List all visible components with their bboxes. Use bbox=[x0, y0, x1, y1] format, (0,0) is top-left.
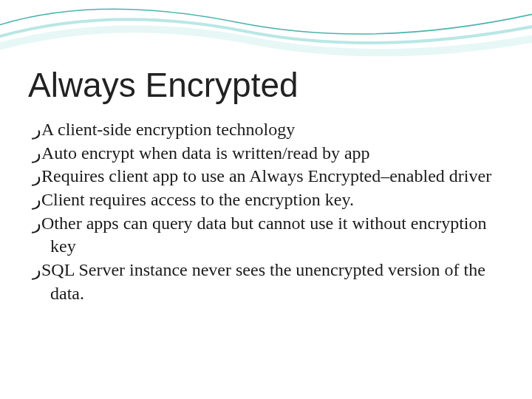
bullet-icon: ر bbox=[33, 120, 41, 139]
bullet-icon: ر bbox=[33, 143, 41, 163]
bullet-icon: ر bbox=[33, 166, 41, 185]
list-item: رAuto encrypt when data is written/read … bbox=[33, 142, 499, 166]
list-item: رClient requires access to the encryptio… bbox=[33, 188, 499, 212]
list-item: رRequires client app to use an Always En… bbox=[33, 165, 499, 188]
list-item-text: Auto encrypt when data is written/read b… bbox=[41, 143, 370, 163]
list-item: رOther apps can query data but cannot us… bbox=[33, 212, 499, 259]
list-item-text: Other apps can query data but cannot use… bbox=[41, 214, 487, 256]
slide-title: Always Encrypted bbox=[28, 65, 299, 105]
bullet-icon: ر bbox=[33, 190, 41, 209]
bullet-list: رA client-side encryption technology رAu… bbox=[33, 118, 499, 305]
list-item-text: Client requires access to the encryption… bbox=[41, 190, 354, 209]
list-item-text: A client-side encryption technology bbox=[41, 120, 295, 139]
list-item-text: Requires client app to use an Always Enc… bbox=[41, 166, 491, 185]
bullet-icon: ر bbox=[33, 214, 41, 233]
list-item: رSQL Server instance never sees the unen… bbox=[33, 259, 499, 305]
bullet-icon: ر bbox=[33, 260, 41, 279]
list-item: رA client-side encryption technology bbox=[33, 118, 499, 142]
header-swoosh bbox=[0, 0, 532, 74]
list-item-text: SQL Server instance never sees the unenc… bbox=[41, 260, 485, 303]
